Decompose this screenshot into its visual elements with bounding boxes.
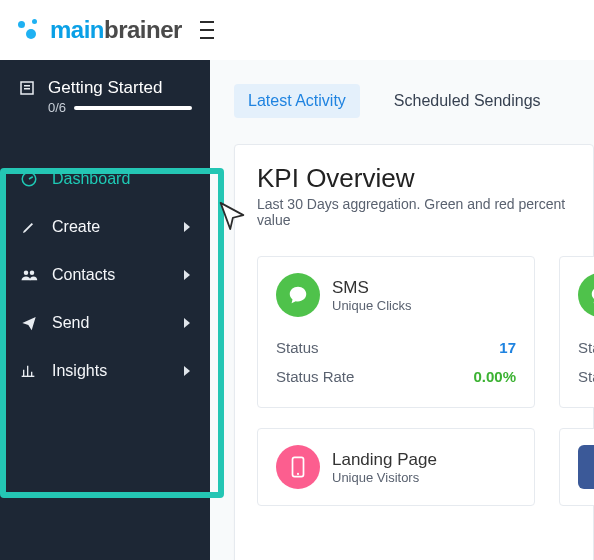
kpi-card-landing-page[interactable]: Landing Page Unique Visitors <box>257 428 535 506</box>
kpi-card-sms[interactable]: SMS Unique Clicks Status 17 Status Rate <box>257 256 535 408</box>
hamburger-icon[interactable] <box>200 21 214 39</box>
svg-point-5 <box>30 271 35 276</box>
sidebar-item-label: Insights <box>52 362 170 380</box>
svg-point-11 <box>297 473 299 475</box>
cursor-icon <box>218 200 246 232</box>
sidebar-item-contacts[interactable]: Contacts <box>0 251 210 299</box>
sidebar-item-send[interactable]: Send <box>0 299 210 347</box>
topbar: mainbrainer <box>0 0 594 60</box>
brand-wordmark: mainbrainer <box>50 16 182 44</box>
getting-started-progress: 0/6 <box>48 100 66 115</box>
card-subtitle: Unique Clicks <box>332 298 411 313</box>
tab-scheduled-sendings[interactable]: Scheduled Sendings <box>380 84 555 118</box>
brand-brainer: brainer <box>104 16 182 43</box>
stat-value-rate: 0.00% <box>473 368 516 385</box>
tab-latest-activity[interactable]: Latest Activity <box>234 84 360 118</box>
mobile-icon <box>276 445 320 489</box>
sidebar-item-create[interactable]: Create <box>0 203 210 251</box>
sidebar: Getting Started 0/6 Dashboard <box>0 60 210 560</box>
main-content: Latest Activity Scheduled Sendings KPI O… <box>210 60 594 560</box>
logo-dots-icon <box>14 15 44 45</box>
stat-key: Status <box>578 339 594 356</box>
insights-icon <box>20 362 38 380</box>
getting-started-icon <box>18 79 36 97</box>
getting-started[interactable]: Getting Started 0/6 <box>0 78 210 131</box>
sidebar-item-insights[interactable]: Insights <box>0 347 210 395</box>
getting-started-title: Getting Started <box>48 78 162 98</box>
kpi-card-sms-2[interactable]: Status Status <box>559 256 594 408</box>
stat-key: Status <box>578 368 594 385</box>
sidebar-item-label: Contacts <box>52 266 170 284</box>
sidebar-nav: Dashboard Create Contacts <box>0 155 210 395</box>
chevron-right-icon <box>184 318 190 328</box>
tabs: Latest Activity Scheduled Sendings <box>234 84 594 118</box>
sms-icon <box>578 273 594 317</box>
chevron-right-icon <box>184 270 190 280</box>
sidebar-item-label: Dashboard <box>52 170 190 188</box>
sms-icon <box>276 273 320 317</box>
sidebar-item-dashboard[interactable]: Dashboard <box>0 155 210 203</box>
chevron-right-icon <box>184 222 190 232</box>
body: Getting Started 0/6 Dashboard <box>0 60 594 560</box>
brand-logo[interactable]: mainbrainer <box>14 15 182 45</box>
card-title: SMS <box>332 278 411 298</box>
stat-key: Status <box>276 339 319 356</box>
sidebar-item-label: Send <box>52 314 170 332</box>
stat-value-status: 17 <box>499 339 516 356</box>
facebook-icon <box>578 445 594 489</box>
sidebar-item-label: Create <box>52 218 170 236</box>
getting-started-bar <box>74 106 192 110</box>
stat-key: Status Rate <box>276 368 354 385</box>
pencil-icon <box>20 218 38 236</box>
kpi-panel: KPI Overview Last 30 Days aggregation. G… <box>234 144 594 560</box>
dashboard-icon <box>20 170 38 188</box>
brand-main: main <box>50 16 104 43</box>
card-subtitle: Unique Visitors <box>332 470 437 485</box>
send-icon <box>20 314 38 332</box>
contacts-icon <box>20 266 38 284</box>
chevron-right-icon <box>184 366 190 376</box>
kpi-card-facebook[interactable] <box>559 428 594 506</box>
kpi-subtitle: Last 30 Days aggregation. Green and red … <box>257 196 571 228</box>
kpi-title: KPI Overview <box>257 163 571 194</box>
card-title: Landing Page <box>332 450 437 470</box>
svg-point-4 <box>24 271 29 276</box>
